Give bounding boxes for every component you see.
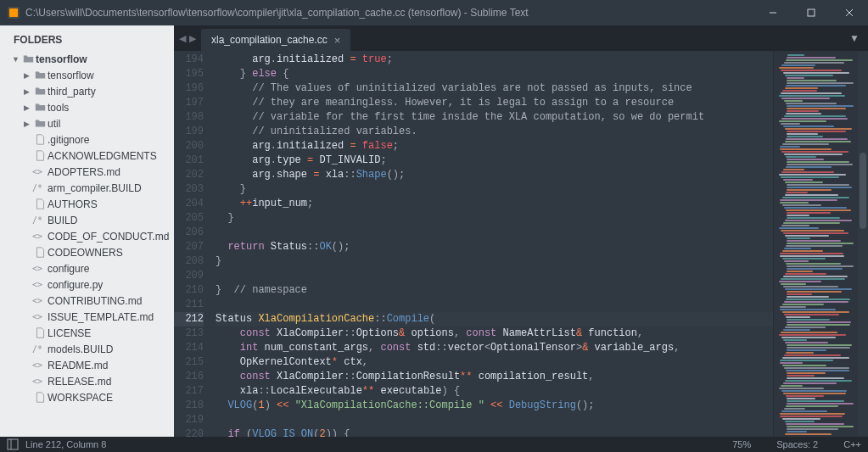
line-number[interactable]: 195: [174, 67, 204, 81]
tree-file[interactable]: <>configure.py: [0, 276, 174, 293]
code-line[interactable]: arg.type = DT_INVALID;: [216, 153, 773, 168]
code-line[interactable]: [216, 298, 773, 312]
tree-file[interactable]: <>CODE_OF_CONDUCT.md: [0, 228, 174, 244]
window-close-button[interactable]: [830, 0, 868, 25]
line-number[interactable]: 217: [174, 384, 204, 399]
code-line[interactable]: arg.shape = xla::Shape();: [216, 168, 773, 182]
line-number[interactable]: 197: [174, 96, 204, 110]
code-line[interactable]: const XlaCompiler::CompilationResult** c…: [216, 370, 773, 384]
code-line[interactable]: VLOG(1) << "XlaCompilationCache::Compile…: [216, 399, 773, 413]
line-number[interactable]: 215: [174, 355, 204, 370]
tab-nav-back-icon[interactable]: ◀: [179, 33, 186, 44]
line-number[interactable]: 211: [174, 298, 204, 312]
code-line[interactable]: [216, 226, 773, 240]
code-line[interactable]: // they are meaningless. However, it is …: [216, 96, 773, 110]
status-bar: Line 212, Column 8 75% Spaces: 2 C++: [0, 437, 868, 452]
tree-root-tensorflow[interactable]: ▼ tensorflow: [0, 51, 174, 67]
line-number[interactable]: 210: [174, 283, 204, 298]
chevron-right-icon: ▶: [24, 120, 32, 128]
tree-file[interactable]: /*arm_compiler.BUILD: [0, 180, 174, 196]
tree-folder[interactable]: ▶util: [0, 115, 174, 131]
tree-label: .gitignore: [48, 134, 89, 146]
line-number[interactable]: 219: [174, 413, 204, 427]
line-number[interactable]: 209: [174, 269, 204, 283]
line-number[interactable]: 196: [174, 81, 204, 96]
tab-menu-icon[interactable]: ▼: [841, 25, 868, 51]
code-area[interactable]: arg.initialized = true; } else { // The …: [212, 51, 773, 437]
minimap[interactable]: [773, 51, 858, 437]
tree-file[interactable]: <>ADOPTERS.md: [0, 164, 174, 180]
line-number[interactable]: 208: [174, 254, 204, 269]
line-number[interactable]: 212: [174, 312, 204, 326]
line-number[interactable]: 218: [174, 399, 204, 413]
tree-folder[interactable]: ▶tensorflow: [0, 67, 174, 83]
code-editor[interactable]: 1941951961971981992002012022032042052062…: [174, 51, 868, 437]
line-number[interactable]: 204: [174, 197, 204, 211]
code-line[interactable]: OpKernelContext* ctx,: [216, 355, 773, 370]
line-number[interactable]: 200: [174, 139, 204, 153]
tab-nav-forward-icon[interactable]: ▶: [189, 33, 196, 44]
code-line[interactable]: } // namespace: [216, 283, 773, 298]
code-line[interactable]: return Status::OK();: [216, 240, 773, 254]
code-line[interactable]: // variable for the first time inside th…: [216, 110, 773, 125]
tree-file[interactable]: <>configure: [0, 260, 174, 276]
vertical-scrollbar[interactable]: [858, 51, 868, 437]
status-indentation[interactable]: Spaces: 2: [776, 439, 818, 449]
tree-file[interactable]: /*models.BUILD: [0, 341, 174, 357]
code-line[interactable]: }: [216, 182, 773, 197]
line-number[interactable]: 203: [174, 182, 204, 197]
tree-file[interactable]: .gitignore: [0, 131, 174, 148]
line-number[interactable]: 213: [174, 326, 204, 341]
code-line[interactable]: // uninitialized variables.: [216, 125, 773, 139]
line-number[interactable]: 216: [174, 370, 204, 384]
tree-file[interactable]: AUTHORS: [0, 196, 174, 212]
tree-file[interactable]: <>CONTRIBUTING.md: [0, 293, 174, 309]
code-line[interactable]: int num_constant_args, const std::vector…: [216, 341, 773, 355]
tree-folder[interactable]: ▶third_party: [0, 83, 174, 99]
scrollbar-thumb[interactable]: [860, 153, 866, 229]
window-maximize-button[interactable]: [792, 0, 830, 25]
line-number[interactable]: 194: [174, 53, 204, 67]
window-minimize-button[interactable]: [753, 0, 792, 25]
tree-file[interactable]: /*BUILD: [0, 212, 174, 228]
tab-close-icon[interactable]: ×: [334, 34, 341, 47]
tab-active[interactable]: xla_compilation_cache.cc ×: [201, 29, 350, 51]
line-number[interactable]: 198: [174, 110, 204, 125]
code-line[interactable]: }: [216, 211, 773, 226]
tree-folder[interactable]: ▶tools: [0, 99, 174, 115]
line-number[interactable]: 199: [174, 125, 204, 139]
code-line[interactable]: arg.initialized = true;: [216, 53, 773, 67]
chevron-down-icon: ▼: [12, 55, 20, 64]
code-line[interactable]: [216, 413, 773, 427]
code-line[interactable]: // The values of uninitialized variables…: [216, 81, 773, 96]
tree-file[interactable]: CODEOWNERS: [0, 244, 174, 260]
tree-file[interactable]: WORKSPACE: [0, 389, 174, 405]
code-line[interactable]: [216, 269, 773, 283]
line-number[interactable]: 202: [174, 168, 204, 182]
code-line[interactable]: if (VLOG_IS_ON(2)) {: [216, 427, 773, 437]
line-number[interactable]: 201: [174, 153, 204, 168]
status-percent[interactable]: 75%: [732, 439, 751, 449]
status-syntax[interactable]: C++: [843, 439, 861, 449]
tree-file[interactable]: ACKNOWLEDGMENTS: [0, 148, 174, 164]
tree-file[interactable]: <>README.md: [0, 357, 174, 373]
code-line[interactable]: } else {: [216, 67, 773, 81]
tree-file[interactable]: <>RELEASE.md: [0, 373, 174, 389]
code-line[interactable]: }: [216, 254, 773, 269]
line-number[interactable]: 207: [174, 240, 204, 254]
line-number[interactable]: 206: [174, 226, 204, 240]
line-number[interactable]: 214: [174, 341, 204, 355]
line-number[interactable]: 205: [174, 211, 204, 226]
folder-tree[interactable]: ▼ tensorflow ▶tensorflow▶third_party▶too…: [0, 51, 174, 437]
tree-file[interactable]: LICENSE: [0, 325, 174, 341]
code-line[interactable]: ++input_num;: [216, 197, 773, 211]
code-line[interactable]: arg.initialized = false;: [216, 139, 773, 153]
code-line[interactable]: const XlaCompiler::Options& options, con…: [216, 326, 773, 341]
panel-switcher-icon[interactable]: [7, 438, 19, 450]
status-cursor-position[interactable]: Line 212, Column 8: [25, 439, 106, 449]
line-number[interactable]: 220: [174, 427, 204, 437]
tree-file[interactable]: <>ISSUE_TEMPLATE.md: [0, 309, 174, 325]
code-line[interactable]: xla::LocalExecutable** executable) {: [216, 384, 773, 399]
code-line[interactable]: Status XlaCompilationCache::Compile(: [216, 312, 773, 326]
line-gutter[interactable]: 1941951961971981992002012022032042052062…: [174, 51, 212, 437]
